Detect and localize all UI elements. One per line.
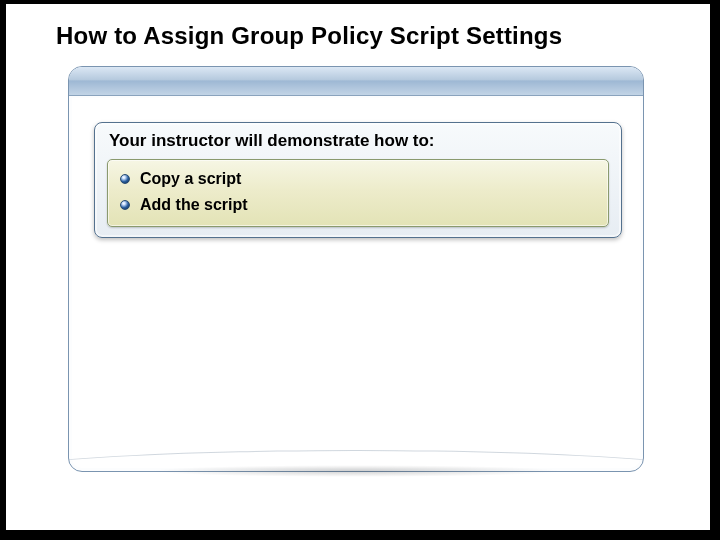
bullet-icon [120, 200, 130, 210]
task-label: Add the script [140, 196, 248, 214]
content-panel: Your instructor will demonstrate how to:… [68, 66, 644, 472]
slide: How to Assign Group Policy Script Settin… [6, 4, 710, 530]
panel-body: Your instructor will demonstrate how to:… [72, 98, 640, 468]
list-item: Add the script [118, 192, 598, 218]
panel-header-bar [69, 67, 643, 96]
instructor-callout: Your instructor will demonstrate how to:… [94, 122, 622, 238]
callout-heading: Your instructor will demonstrate how to: [107, 131, 609, 157]
list-item: Copy a script [118, 166, 598, 192]
bullet-icon [120, 174, 130, 184]
page-title: How to Assign Group Policy Script Settin… [56, 22, 562, 50]
panel-bottom-edge [69, 449, 643, 471]
task-label: Copy a script [140, 170, 241, 188]
task-list: Copy a script Add the script [107, 159, 609, 227]
